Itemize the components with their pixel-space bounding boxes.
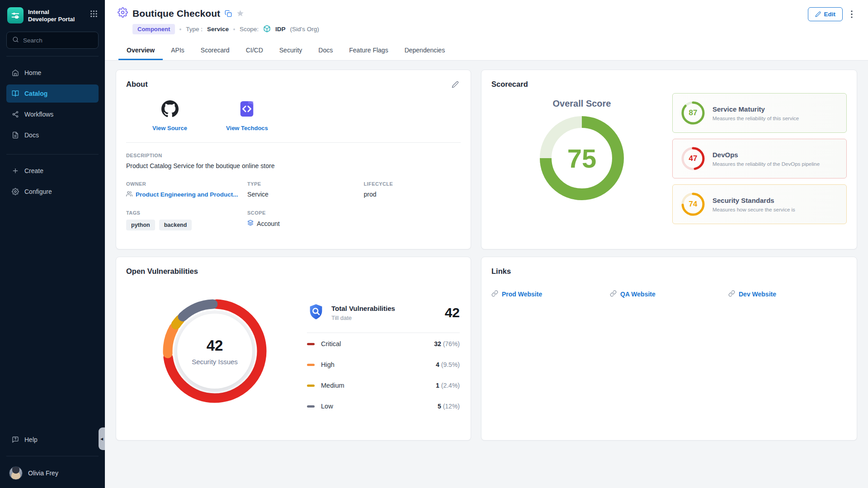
sidebar: Internal Developer Portal — [0, 0, 105, 488]
vulnerabilities-donut: 42 Security Issues — [158, 295, 271, 408]
overall-score-label: Overall Score — [553, 99, 611, 109]
users-icon — [126, 191, 132, 198]
sidebar-item-label: Help — [24, 436, 38, 443]
sidebar-item-create[interactable]: Create — [6, 162, 99, 180]
owner-label: OWNER — [126, 181, 247, 187]
scorecard-card: Scorecard Overall Score 75 — [481, 70, 857, 249]
cube-icon — [263, 25, 271, 34]
qa-website-link[interactable]: QA Website — [610, 290, 728, 298]
sidebar-item-catalog[interactable]: Catalog — [6, 84, 99, 103]
sidebar-search[interactable] — [6, 32, 99, 49]
component-gear-icon — [118, 7, 128, 19]
tag-chip[interactable]: backend — [159, 220, 192, 230]
scorecard-tile-service-maturity[interactable]: 87 Service Maturity Measures the reliabi… — [672, 93, 847, 133]
dev-website-link[interactable]: Dev Website — [728, 290, 847, 298]
user-menu[interactable]: Olivia Frey — [6, 464, 99, 480]
gear-icon — [12, 188, 19, 195]
tab-apis[interactable]: APIs — [163, 41, 193, 60]
score-ring: 47 — [681, 146, 705, 171]
copy-icon[interactable] — [225, 10, 232, 17]
page-header: Boutique Checkout Component Type : — [105, 0, 868, 41]
sidebar-item-label: Workflows — [24, 111, 53, 118]
owner-link[interactable]: Product Engineering and Product... — [126, 191, 247, 198]
total-vulnerabilities-summary: Total Vulnerabilities Till date 42 — [307, 303, 460, 323]
scorecard-tile-devops[interactable]: 47 DevOps Measures the reliability of th… — [672, 139, 847, 178]
sidebar-item-help[interactable]: Help — [6, 431, 99, 449]
severity-row-critical: Critical 32 (76%) — [307, 334, 460, 354]
description-label: DESCRIPTION — [126, 153, 461, 158]
book-icon — [12, 90, 19, 97]
star-icon[interactable] — [236, 9, 244, 17]
user-name: Olivia Frey — [28, 469, 58, 477]
overall-score-donut: 75 — [539, 115, 625, 201]
tab-cicd[interactable]: CI/CD — [238, 41, 271, 60]
tags-label: TAGS — [126, 210, 247, 216]
main-area: Boutique Checkout Component Type : — [105, 0, 868, 488]
layers-icon — [247, 220, 254, 227]
links-card: Links Prod Website — [481, 257, 857, 441]
score-ring: 74 — [681, 192, 705, 216]
severity-dash — [307, 364, 315, 366]
sidebar-item-label: Catalog — [24, 90, 47, 97]
edit-button[interactable]: Edit — [808, 7, 843, 21]
techdocs-icon — [238, 100, 255, 119]
type-label: Type : — [186, 26, 203, 33]
scope-field-value: Account — [247, 220, 363, 227]
scope-label: Scope: — [240, 26, 259, 33]
sidebar-item-docs[interactable]: Docs — [6, 126, 99, 144]
divider — [307, 333, 460, 333]
scorecard-card-title: Scorecard — [491, 80, 847, 89]
vulnerabilities-donut-center: 42 Security Issues — [177, 314, 252, 389]
tab-scorecard[interactable]: Scorecard — [193, 41, 238, 60]
sidebar-collapse-handle[interactable]: ◀ — [99, 427, 105, 450]
content: About View Source — [105, 61, 868, 450]
severity-row-low: Low 5 (12%) — [307, 396, 460, 416]
tab-dependencies[interactable]: Dependencies — [396, 41, 453, 60]
sidebar-item-home[interactable]: Home — [6, 64, 99, 82]
sidebar-item-workflows[interactable]: Workflows — [6, 105, 99, 123]
plus-icon — [12, 167, 19, 174]
tab-docs[interactable]: Docs — [310, 41, 341, 60]
type-field-value: Service — [247, 191, 363, 198]
sidebar-nav: Home Catalog Workflows — [6, 64, 99, 147]
sidebar-item-label: Docs — [24, 131, 39, 139]
tab-feature-flags[interactable]: Feature Flags — [341, 41, 396, 60]
apps-grid-icon[interactable] — [90, 7, 98, 19]
vulnerabilities-card-title: Open Vulnerabilities — [126, 267, 461, 276]
lifecycle-value: prod — [364, 191, 461, 198]
page-title: Boutique Checkout — [132, 8, 220, 19]
edit-about-icon[interactable] — [452, 81, 459, 88]
tag-chip[interactable]: python — [126, 220, 155, 230]
scope-org: (Sid's Org) — [290, 26, 319, 33]
tab-security[interactable]: Security — [271, 41, 311, 60]
sidebar-item-configure[interactable]: Configure — [6, 183, 99, 201]
prod-website-link[interactable]: Prod Website — [491, 290, 610, 298]
type-value: Service — [207, 26, 229, 33]
description-value: Product Catalog Service for the boutique… — [126, 162, 461, 169]
app-root: Internal Developer Portal — [0, 0, 868, 488]
severity-row-medium: Medium 1 (2.4%) — [307, 375, 460, 395]
severity-dash — [307, 385, 315, 387]
scope-value: IDP — [275, 26, 286, 33]
search-icon — [12, 36, 19, 45]
view-source-link[interactable]: View Source — [152, 100, 187, 131]
lifecycle-label: LIFECYCLE — [364, 181, 461, 187]
severity-dash — [307, 343, 315, 345]
search-input[interactable] — [23, 37, 93, 44]
app-logo-icon — [7, 7, 24, 23]
total-vulnerabilities-value: 42 — [445, 305, 460, 320]
avatar — [9, 466, 23, 480]
divider — [6, 56, 99, 56]
scorecard-tile-security-standards[interactable]: 74 Security Standards Measures how secur… — [672, 184, 847, 224]
about-card-title: About — [126, 80, 461, 89]
divider — [6, 456, 99, 456]
brand-title: Internal Developer Portal — [28, 7, 85, 23]
brand: Internal Developer Portal — [6, 6, 99, 23]
view-techdocs-link[interactable]: View Techdocs — [226, 100, 268, 131]
document-icon — [12, 131, 19, 139]
workflow-icon — [12, 111, 19, 118]
more-options-icon[interactable] — [849, 9, 854, 20]
tab-overview[interactable]: Overview — [118, 41, 163, 60]
breadcrumb: Component Type : Service Scope: IDP (Sid… — [132, 24, 853, 34]
sidebar-item-label: Home — [24, 69, 41, 76]
